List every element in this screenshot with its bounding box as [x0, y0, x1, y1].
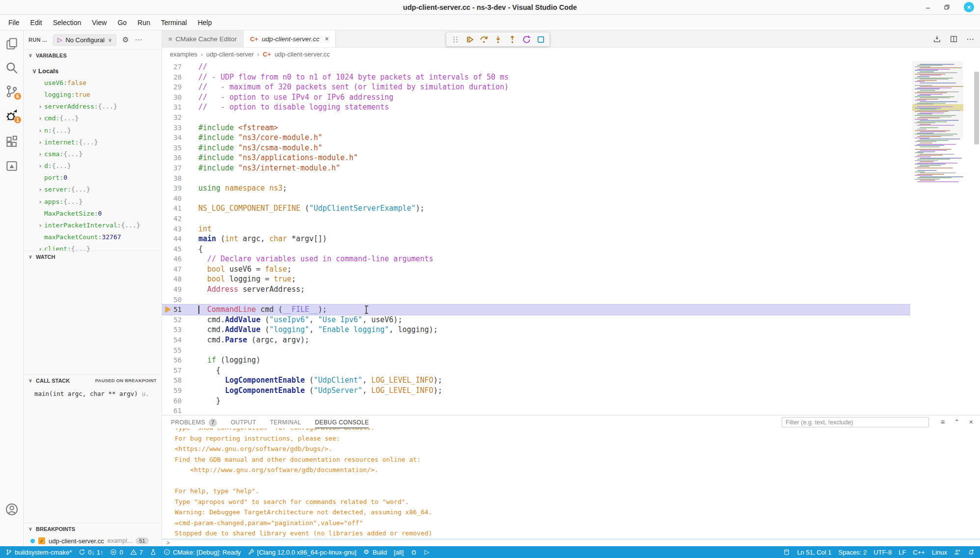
variable-row[interactable]: maxPacketCount: 32767	[30, 231, 162, 243]
line-number[interactable]: 45	[162, 244, 185, 254]
line-number[interactable]: 38	[162, 173, 185, 184]
status-item-clang-12-0-0-x86-64-pc-linux-gnu[interactable]: [Clang 12.0.0 x86_64-pc-linux-gnu]	[245, 546, 360, 558]
menu-item-file[interactable]: File	[3, 17, 25, 28]
menu-item-view[interactable]: View	[86, 17, 112, 28]
activitybar-cmake[interactable]	[5, 159, 19, 173]
activitybar-search[interactable]	[5, 61, 19, 75]
line-number[interactable]: 61	[162, 406, 185, 415]
line-number[interactable]: 40	[162, 194, 185, 204]
variable-row[interactable]: logging: true	[30, 88, 162, 100]
status-item-c++[interactable]: C++	[909, 546, 928, 558]
line-number[interactable]: 52	[162, 315, 185, 325]
line-number[interactable]: 27	[162, 62, 185, 72]
status-item-spaces-2[interactable]: Spaces: 2	[835, 546, 871, 558]
variable-row[interactable]: ›interPacketInterval: {...}	[30, 219, 162, 231]
line-number[interactable]: 50	[162, 295, 185, 305]
debug-config-dropdown[interactable]: ▷ No Configural ∨	[53, 34, 116, 46]
line-number[interactable]: 48	[162, 274, 185, 284]
breakpoint-row[interactable]: ✓ udp-client-server.cc exampl... 51	[24, 535, 162, 546]
panel-tab-terminal[interactable]: TERMINAL	[270, 416, 301, 428]
line-number[interactable]: 43	[162, 224, 185, 234]
editor-gutter[interactable]: 2728293031323334353637383940414243444546…	[162, 62, 185, 415]
status-item-lf[interactable]: LF	[895, 546, 909, 558]
editor[interactable]: 2728293031323334353637383940414243444546…	[162, 61, 980, 415]
line-number[interactable]: 47	[162, 264, 185, 275]
line-number[interactable]: 54	[162, 335, 185, 345]
line-number[interactable]: 37	[162, 163, 185, 173]
step-into-button[interactable]	[491, 33, 504, 46]
line-number[interactable]: 34	[162, 133, 185, 143]
expand-icon[interactable]: ›	[36, 222, 44, 229]
status-item-buildsystem-cmake[interactable]: buildsystem-cmake*	[2, 546, 75, 558]
variable-row[interactable]: MaxPacketSize: 0	[30, 207, 162, 219]
expand-icon[interactable]: ›	[36, 139, 44, 146]
close-tab-icon[interactable]: ×	[325, 35, 328, 43]
breadcrumb-item[interactable]: udp-client-server.cc	[274, 51, 330, 58]
status-item-0-1[interactable]: 0↓ 1↑	[75, 546, 107, 558]
expand-icon[interactable]: ›	[36, 186, 44, 193]
menu-item-terminal[interactable]: Terminal	[156, 17, 192, 28]
activitybar-explorer[interactable]	[5, 37, 19, 51]
menu-item-edit[interactable]: Edit	[25, 17, 48, 28]
line-number[interactable]: 59	[162, 386, 185, 396]
breakpoints-section-header[interactable]: ∨ BREAKPOINTS	[24, 523, 162, 534]
line-number[interactable]: 57	[162, 365, 185, 376]
more-actions-icon[interactable]: ⋯	[966, 34, 974, 44]
variable-row[interactable]: port: 0	[30, 172, 162, 184]
menu-item-selection[interactable]: Selection	[48, 17, 87, 28]
panel-tab-debug-console[interactable]: DEBUG CONSOLE	[315, 416, 369, 428]
debug-console-input[interactable]: >	[162, 539, 980, 546]
line-number[interactable]: 36	[162, 153, 185, 163]
expand-icon[interactable]: ›	[36, 103, 44, 110]
maximize-panel-icon[interactable]: ⌃	[954, 418, 960, 426]
gear-icon[interactable]: ⚙	[122, 35, 129, 44]
line-number[interactable]: 60	[162, 396, 185, 406]
status-item-all[interactable]: [all]	[390, 546, 407, 558]
line-number[interactable]: 41	[162, 203, 185, 214]
variable-row[interactable]: ›d: {...}	[30, 160, 162, 172]
status-item[interactable]	[146, 546, 160, 558]
status-item-linux[interactable]: Linux	[928, 546, 951, 558]
line-number[interactable]: 32	[162, 112, 185, 123]
status-item[interactable]	[964, 546, 978, 558]
status-item[interactable]	[407, 546, 421, 558]
stop-button[interactable]	[534, 33, 547, 46]
line-number[interactable]: 30	[162, 92, 185, 103]
line-number[interactable]: 46	[162, 254, 185, 264]
call-stack-section-header[interactable]: ∨ CALL STACK PAUSED ON BREAKPOINT	[24, 374, 162, 386]
menu-item-go[interactable]: Go	[112, 17, 132, 28]
restore-icon[interactable]	[944, 4, 950, 10]
variables-section-header[interactable]: ∨ VARIABLES	[24, 49, 162, 61]
status-item[interactable]	[951, 546, 964, 558]
scope-row[interactable]: ∨ Locals	[24, 65, 162, 77]
activitybar-run-debug[interactable]: 1	[5, 108, 19, 122]
editor-scrollbar[interactable]	[973, 61, 980, 415]
menu-item-run[interactable]: Run	[132, 17, 156, 28]
line-number[interactable]: 29	[162, 82, 185, 92]
line-number[interactable]: 44	[162, 234, 185, 244]
activitybar-accounts[interactable]	[5, 502, 19, 516]
variable-row[interactable]: ›csma: {...}	[30, 148, 162, 160]
variable-row[interactable]: ›server: {...}	[30, 184, 162, 195]
status-item-cmake-debug-ready[interactable]: CMake: [Debug]: Ready	[160, 546, 245, 558]
restart-button[interactable]	[520, 33, 533, 46]
variable-row[interactable]: ›cmd: {...}	[30, 112, 162, 124]
close-window-button[interactable]: ×	[964, 2, 974, 12]
output-actions-icon[interactable]: ≡	[941, 418, 945, 426]
more-actions-icon[interactable]: ⋯	[135, 35, 142, 44]
variable-row[interactable]: ›internet: {...}	[30, 136, 162, 148]
expand-icon[interactable]: ›	[36, 127, 44, 134]
status-item[interactable]	[780, 546, 793, 558]
status-item-utf-8[interactable]: UTF-8	[870, 546, 895, 558]
variable-row[interactable]: ›serverAddress: {...}	[30, 101, 162, 112]
activitybar-source-control[interactable]: 6	[5, 84, 19, 98]
call-stack-frame[interactable]: main(int argc, char ** argv) u.	[24, 388, 162, 399]
run-debug-file-icon[interactable]	[933, 35, 941, 43]
variable-row[interactable]: ›apps: {...}	[30, 195, 162, 207]
status-item-7[interactable]: 7	[127, 546, 146, 558]
minimap[interactable]	[912, 61, 963, 415]
expand-icon[interactable]: ›	[36, 114, 44, 122]
line-number[interactable]: 33	[162, 123, 185, 133]
status-item-build[interactable]: ⚙Build	[360, 546, 390, 558]
breadcrumb-item[interactable]: udp-client-server	[206, 51, 254, 58]
